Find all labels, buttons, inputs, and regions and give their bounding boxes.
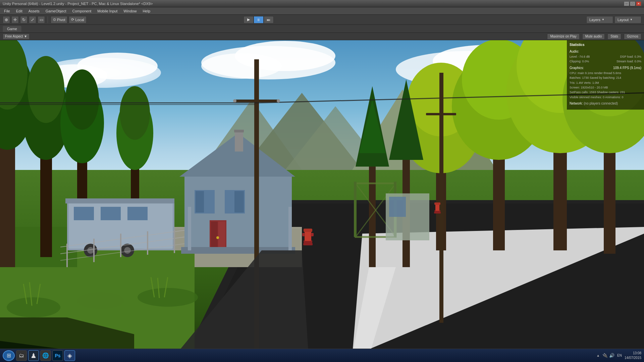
menu-bar: File Edit Assets GameObject Component Mo… [0, 7, 644, 15]
unity-icon: ◈ [67, 352, 72, 359]
toolbar-sep-1 [48, 16, 48, 23]
menu-gameobject[interactable]: GameObject [43, 8, 69, 14]
toolbar: ⊕ ✛ ↻ ⤢ ▭ ⊙ Pivot ⟳ Local ▶ ⏸ ⏭ Layers ▼… [0, 15, 644, 25]
close-button[interactable]: ✕ [636, 1, 641, 6]
gizmos-btn[interactable]: Gizmos [624, 34, 641, 40]
svg-point-91 [233, 99, 236, 103]
stats-title: Statistics [570, 42, 641, 48]
stats-clipping-row: Clipping: 0.0% Stream load: 0.0% [570, 59, 641, 64]
pivot-btn[interactable]: ⊙ Pivot [51, 16, 67, 23]
stats-stream: Stream load: 0.0% [616, 59, 641, 64]
menu-help[interactable]: Help [140, 8, 153, 14]
start-button[interactable]: ⊞ [3, 350, 15, 361]
network-tray-icon[interactable]: 🔌 [602, 353, 608, 358]
maximize-on-play-btn[interactable]: Maximize on Play [547, 34, 579, 40]
menu-component[interactable]: Component [69, 8, 94, 14]
game-tab[interactable]: Game [3, 26, 21, 32]
rotate-tool-btn[interactable]: ↻ [20, 16, 28, 23]
taskbar-steam[interactable]: ♟ [28, 350, 39, 361]
transport-controls: ▶ ⏸ ⏭ [244, 16, 274, 23]
speaker-tray-icon[interactable]: 🔊 [609, 353, 614, 358]
clock-time: 13:08 [625, 351, 641, 356]
minimize-button[interactable]: ─ [624, 1, 629, 6]
network-status: (no players connected) [584, 102, 618, 105]
chrome-icon: 🌐 [42, 352, 49, 359]
svg-rect-56 [196, 191, 204, 213]
svg-rect-71 [101, 207, 121, 220]
stats-level-row: Level: -74.6 dB DSP load: 0.3% [570, 54, 641, 59]
taskbar-explorer[interactable]: 🗂 [16, 350, 27, 361]
scene-viewport [0, 40, 644, 349]
svg-rect-57 [205, 191, 214, 213]
taskbar-clock[interactable]: 13:08 14/07/2015 [625, 351, 641, 360]
menu-edit[interactable]: Edit [13, 8, 25, 14]
taskbar-photoshop[interactable]: Ps [52, 350, 63, 361]
stats-setpass: SetPass calls: 1593 Shadow casters: 231 [570, 90, 625, 95]
network-label: Network: [570, 102, 583, 105]
layout-label: Layout [618, 18, 629, 22]
hand-tool-btn[interactable]: ⊕ [3, 16, 10, 23]
svg-point-105 [7, 297, 60, 317]
local-btn[interactable]: ⟳ Local [69, 16, 86, 23]
svg-rect-62 [211, 222, 218, 249]
game-scene[interactable]: Statistics Audio: Level: -74.6 dB DSP lo… [0, 40, 644, 349]
window-controls: ─ □ ✕ [624, 1, 641, 6]
taskbar-unity[interactable]: ◈ [64, 350, 75, 361]
svg-rect-70 [74, 207, 94, 220]
svg-point-77 [124, 247, 131, 254]
stats-batches: Batches: 1730 Saved by batching: 214 [570, 75, 621, 80]
layers-dropdown-arrow: ▼ [602, 18, 604, 21]
audio-stats: Audio: Level: -74.6 dB DSP load: 0.3% Cl… [570, 49, 641, 64]
svg-rect-94 [426, 113, 456, 115]
mute-audio-btn[interactable]: Mute audio [582, 34, 605, 40]
play-btn[interactable]: ▶ [244, 16, 254, 23]
svg-point-106 [77, 292, 124, 309]
svg-rect-102 [435, 204, 439, 211]
svg-rect-124 [389, 197, 406, 217]
rect-tool-btn[interactable]: ▭ [38, 16, 45, 23]
layers-dropdown[interactable]: Layers ▼ [586, 16, 613, 23]
layout-dropdown[interactable]: Layout ▼ [614, 16, 641, 23]
taskbar-chrome[interactable]: 🌐 [40, 350, 51, 361]
svg-rect-53 [235, 131, 243, 152]
stats-skinned: Visible skinned meshes: 0 Animations: 0 [570, 95, 623, 100]
maximize-button[interactable]: □ [630, 1, 635, 6]
svg-rect-98 [303, 243, 313, 245]
pause-btn[interactable]: ⏸ [254, 16, 264, 23]
menu-window[interactable]: Window [121, 8, 139, 14]
move-tool-btn[interactable]: ✛ [11, 16, 19, 23]
stats-batches-row: Batches: 1730 Saved by batching: 214 [570, 75, 641, 80]
svg-point-27 [28, 56, 64, 123]
svg-rect-60 [234, 191, 244, 213]
stats-btn[interactable]: Stats [607, 34, 621, 40]
photoshop-icon: Ps [55, 353, 60, 358]
stats-cpu-row: CPU: main 9.1ms render thread 5.6ms [570, 71, 641, 75]
menu-assets[interactable]: Assets [26, 8, 42, 14]
title-bar: Unity Personal (64bit) - Level1.2.unity … [0, 0, 644, 7]
svg-rect-97 [304, 229, 312, 232]
svg-point-6 [201, 53, 282, 79]
language-indicator[interactable]: EN [617, 354, 622, 357]
aspect-dropdown[interactable]: Free Aspect ▼ [3, 34, 30, 40]
svg-point-92 [277, 99, 280, 103]
window-title: Unity Personal (64bit) - Level1.2.unity … [3, 2, 624, 6]
step-btn[interactable]: ⏭ [264, 16, 274, 23]
clock-date: 14/07/2015 [625, 356, 641, 360]
network-stats: Network: (no players connected) [570, 101, 641, 106]
svg-rect-63 [218, 222, 225, 249]
scale-tool-btn[interactable]: ⤢ [29, 16, 36, 23]
svg-point-76 [87, 247, 94, 254]
explorer-icon: 🗂 [19, 353, 24, 359]
aspect-dropdown-arrow: ▼ [24, 35, 27, 38]
menu-file[interactable]: File [1, 8, 13, 14]
svg-rect-87 [235, 100, 278, 102]
tray-arrow[interactable]: ▲ [596, 354, 600, 357]
stats-dsp: DSP load: 0.3% [620, 54, 641, 59]
svg-rect-54 [234, 130, 244, 132]
svg-rect-103 [434, 202, 440, 205]
menu-mobile-input[interactable]: Mobile Input [95, 8, 120, 14]
svg-rect-59 [225, 191, 234, 213]
svg-rect-67 [288, 207, 292, 250]
pivot-icon: ⊙ [53, 17, 56, 22]
svg-rect-93 [439, 73, 443, 323]
